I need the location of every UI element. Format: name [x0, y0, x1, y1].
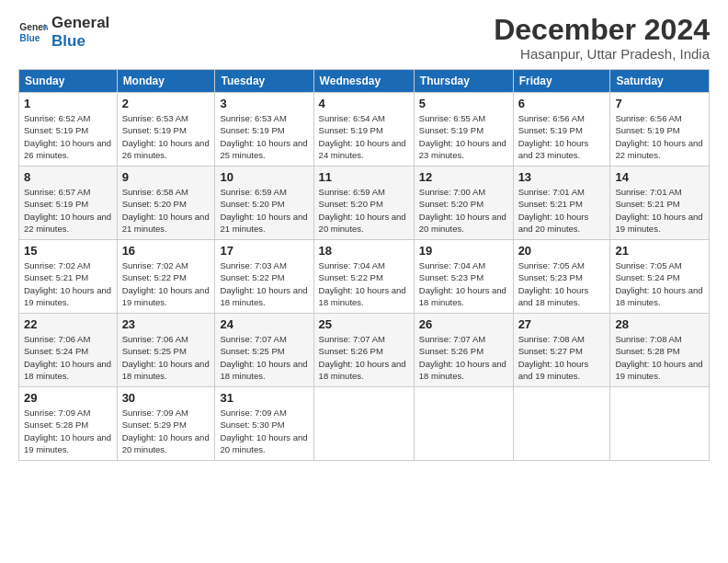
day-info: Sunrise: 7:07 AM Sunset: 5:26 PM Dayligh… [319, 333, 409, 382]
col-thursday: Thursday [414, 70, 513, 93]
calendar-cell: 13 Sunrise: 7:01 AM Sunset: 5:21 PM Dayl… [513, 167, 610, 240]
svg-text:Blue: Blue [19, 32, 40, 42]
calendar-cell: 11 Sunrise: 6:59 AM Sunset: 5:20 PM Dayl… [313, 167, 414, 240]
calendar-cell: 8 Sunrise: 6:57 AM Sunset: 5:19 PM Dayli… [19, 167, 118, 240]
day-info: Sunrise: 7:09 AM Sunset: 5:29 PM Dayligh… [122, 407, 210, 455]
day-number: 30 [122, 391, 210, 405]
logo: General Blue General Blue [18, 14, 109, 50]
day-number: 1 [24, 97, 112, 110]
col-sunday: Sunday [19, 70, 118, 93]
day-info: Sunrise: 7:01 AM Sunset: 5:21 PM Dayligh… [518, 186, 606, 235]
day-number: 18 [319, 244, 409, 258]
day-info: Sunrise: 7:05 AM Sunset: 5:23 PM Dayligh… [518, 259, 606, 308]
calendar-header-row: Sunday Monday Tuesday Wednesday Thursday… [19, 70, 710, 93]
day-number: 20 [518, 244, 606, 258]
calendar-cell [414, 387, 513, 461]
day-number: 22 [24, 317, 112, 331]
calendar-week-row: 15 Sunrise: 7:02 AM Sunset: 5:21 PM Dayl… [19, 240, 710, 314]
day-info: Sunrise: 7:03 AM Sunset: 5:22 PM Dayligh… [220, 259, 308, 308]
day-info: Sunrise: 7:09 AM Sunset: 5:28 PM Dayligh… [24, 407, 112, 455]
calendar-week-row: 1 Sunrise: 6:52 AM Sunset: 5:19 PM Dayli… [19, 93, 710, 167]
calendar-cell: 18 Sunrise: 7:04 AM Sunset: 5:22 PM Dayl… [313, 240, 414, 314]
calendar-cell [313, 387, 414, 461]
calendar-cell [610, 387, 710, 461]
calendar-cell: 21 Sunrise: 7:05 AM Sunset: 5:24 PM Dayl… [610, 240, 710, 314]
calendar-cell: 5 Sunrise: 6:55 AM Sunset: 5:19 PM Dayli… [414, 93, 513, 167]
calendar-table: Sunday Monday Tuesday Wednesday Thursday… [18, 69, 710, 461]
calendar-cell [513, 387, 610, 461]
main-title: December 2024 [494, 14, 710, 46]
day-number: 21 [615, 244, 704, 258]
day-number: 7 [615, 97, 704, 110]
day-info: Sunrise: 6:59 AM Sunset: 5:20 PM Dayligh… [220, 186, 308, 235]
title-area: December 2024 Hasanpur, Uttar Pradesh, I… [494, 14, 710, 62]
page-container: General Blue General Blue December 2024 … [0, 0, 728, 470]
day-info: Sunrise: 6:56 AM Sunset: 5:19 PM Dayligh… [615, 112, 704, 161]
calendar-cell: 12 Sunrise: 7:00 AM Sunset: 5:20 PM Dayl… [414, 167, 513, 240]
day-info: Sunrise: 7:01 AM Sunset: 5:21 PM Dayligh… [615, 186, 704, 235]
col-monday: Monday [117, 70, 215, 93]
day-number: 25 [319, 317, 409, 331]
day-info: Sunrise: 7:08 AM Sunset: 5:28 PM Dayligh… [615, 333, 704, 382]
calendar-cell: 24 Sunrise: 7:07 AM Sunset: 5:25 PM Dayl… [215, 314, 313, 387]
calendar-cell: 14 Sunrise: 7:01 AM Sunset: 5:21 PM Dayl… [610, 167, 710, 240]
col-wednesday: Wednesday [313, 70, 414, 93]
day-number: 3 [220, 97, 308, 110]
day-number: 26 [419, 317, 508, 331]
day-number: 23 [122, 317, 210, 331]
logo-icon: General Blue [18, 17, 48, 47]
calendar-cell: 17 Sunrise: 7:03 AM Sunset: 5:22 PM Dayl… [215, 240, 313, 314]
logo-blue: Blue [51, 32, 109, 51]
calendar-cell: 2 Sunrise: 6:53 AM Sunset: 5:19 PM Dayli… [117, 93, 215, 167]
calendar-cell: 3 Sunrise: 6:53 AM Sunset: 5:19 PM Dayli… [215, 93, 313, 167]
calendar-week-row: 22 Sunrise: 7:06 AM Sunset: 5:24 PM Dayl… [19, 314, 710, 387]
calendar-cell: 22 Sunrise: 7:06 AM Sunset: 5:24 PM Dayl… [19, 314, 118, 387]
day-info: Sunrise: 7:06 AM Sunset: 5:24 PM Dayligh… [24, 333, 112, 382]
day-info: Sunrise: 7:04 AM Sunset: 5:22 PM Dayligh… [319, 259, 409, 308]
day-number: 17 [220, 244, 308, 258]
calendar-cell: 15 Sunrise: 7:02 AM Sunset: 5:21 PM Dayl… [19, 240, 118, 314]
day-number: 16 [122, 244, 210, 258]
day-number: 27 [518, 317, 606, 331]
day-number: 24 [220, 317, 308, 331]
day-info: Sunrise: 6:58 AM Sunset: 5:20 PM Dayligh… [122, 186, 210, 235]
day-info: Sunrise: 7:02 AM Sunset: 5:21 PM Dayligh… [24, 259, 112, 308]
day-info: Sunrise: 6:53 AM Sunset: 5:19 PM Dayligh… [220, 112, 308, 161]
day-number: 15 [24, 244, 112, 258]
day-number: 13 [518, 170, 606, 184]
calendar-cell: 30 Sunrise: 7:09 AM Sunset: 5:29 PM Dayl… [117, 387, 215, 461]
svg-text:General: General [19, 22, 48, 32]
calendar-cell: 20 Sunrise: 7:05 AM Sunset: 5:23 PM Dayl… [513, 240, 610, 314]
day-info: Sunrise: 6:54 AM Sunset: 5:19 PM Dayligh… [319, 112, 409, 161]
day-info: Sunrise: 6:55 AM Sunset: 5:19 PM Dayligh… [419, 112, 508, 161]
calendar-cell: 23 Sunrise: 7:06 AM Sunset: 5:25 PM Dayl… [117, 314, 215, 387]
calendar-cell: 6 Sunrise: 6:56 AM Sunset: 5:19 PM Dayli… [513, 93, 610, 167]
day-number: 9 [122, 170, 210, 184]
day-number: 6 [518, 97, 606, 110]
col-saturday: Saturday [610, 70, 710, 93]
day-number: 29 [24, 391, 112, 405]
calendar-cell: 29 Sunrise: 7:09 AM Sunset: 5:28 PM Dayl… [19, 387, 118, 461]
calendar-cell: 19 Sunrise: 7:04 AM Sunset: 5:23 PM Dayl… [414, 240, 513, 314]
day-number: 10 [220, 170, 308, 184]
day-info: Sunrise: 7:05 AM Sunset: 5:24 PM Dayligh… [615, 259, 704, 308]
calendar-cell: 1 Sunrise: 6:52 AM Sunset: 5:19 PM Dayli… [19, 93, 118, 167]
calendar-cell: 27 Sunrise: 7:08 AM Sunset: 5:27 PM Dayl… [513, 314, 610, 387]
logo-general: General [51, 14, 109, 32]
calendar-cell: 28 Sunrise: 7:08 AM Sunset: 5:28 PM Dayl… [610, 314, 710, 387]
day-number: 14 [615, 170, 704, 184]
day-info: Sunrise: 7:07 AM Sunset: 5:26 PM Dayligh… [419, 333, 508, 382]
day-info: Sunrise: 6:57 AM Sunset: 5:19 PM Dayligh… [24, 186, 112, 235]
calendar-week-row: 8 Sunrise: 6:57 AM Sunset: 5:19 PM Dayli… [19, 167, 710, 240]
calendar-cell: 7 Sunrise: 6:56 AM Sunset: 5:19 PM Dayli… [610, 93, 710, 167]
col-friday: Friday [513, 70, 610, 93]
subtitle: Hasanpur, Uttar Pradesh, India [494, 46, 710, 62]
header: General Blue General Blue December 2024 … [18, 14, 710, 62]
calendar-cell: 4 Sunrise: 6:54 AM Sunset: 5:19 PM Dayli… [313, 93, 414, 167]
day-number: 31 [220, 391, 308, 405]
day-number: 12 [419, 170, 508, 184]
day-info: Sunrise: 7:00 AM Sunset: 5:20 PM Dayligh… [419, 186, 508, 235]
day-number: 4 [319, 97, 409, 110]
day-info: Sunrise: 7:06 AM Sunset: 5:25 PM Dayligh… [122, 333, 210, 382]
day-info: Sunrise: 7:04 AM Sunset: 5:23 PM Dayligh… [419, 259, 508, 308]
